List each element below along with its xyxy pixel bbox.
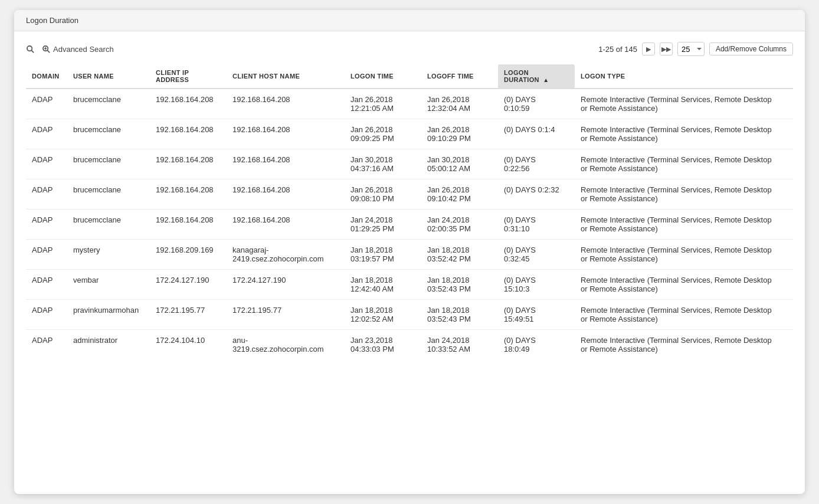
cell-logon-time: Jan 24,201801:29:25 PM: [345, 210, 421, 240]
col-header-logon-duration[interactable]: LOGONDURATION ▲: [498, 64, 575, 89]
cell-logon-time: Jan 26,201809:09:25 PM: [345, 119, 421, 149]
cell-logoff-time: Jan 26,201812:32:04 AM: [421, 89, 498, 119]
advanced-search-button[interactable]: Advanced Search: [42, 45, 114, 54]
cell-logoff-time: Jan 18,201803:52:43 PM: [421, 270, 498, 300]
cell-logon-duration: (0) DAYS0:32:45: [498, 240, 575, 270]
title-bar: Logon Duration: [14, 10, 805, 31]
cell-logon-time: Jan 18,201812:02:52 AM: [345, 300, 421, 330]
cell-username: brucemcclane: [67, 119, 150, 149]
cell-client-host: anu-3219.csez.zohocorpin.com: [227, 330, 345, 360]
table-row: ADAPadministrator172.24.104.10anu-3219.c…: [26, 330, 793, 360]
sort-arrow-duration: ▲: [543, 77, 549, 83]
cell-logon-type: Remote Interactive (Terminal Services, R…: [575, 240, 793, 270]
toolbar: Advanced Search 1-25 of 145 ▶ ▶▶ 25 10 5…: [26, 42, 793, 56]
cell-client-host: 192.168.164.208: [227, 149, 345, 179]
search-area: Advanced Search: [26, 45, 114, 54]
svg-point-0: [27, 45, 32, 50]
cell-client-host: kanagaraj-2419.csez.zohocorpin.com: [227, 240, 345, 270]
cell-domain: ADAP: [26, 240, 67, 270]
cell-domain: ADAP: [26, 89, 67, 119]
col-header-logon-time[interactable]: LOGON TIME: [345, 64, 421, 89]
cell-logon-type: Remote Interactive (Terminal Services, R…: [575, 119, 793, 149]
cell-logon-duration: (0) DAYS0:10:59: [498, 89, 575, 119]
table-row: ADAPbrucemcclane192.168.164.208192.168.1…: [26, 149, 793, 179]
cell-domain: ADAP: [26, 179, 67, 210]
table-row: ADAPpravinkumarmohan172.21.195.77172.21.…: [26, 300, 793, 330]
cell-logon-time: Jan 26,201809:08:10 PM: [345, 179, 421, 210]
search-button[interactable]: [26, 45, 35, 54]
col-header-client-ip[interactable]: CLIENT IPADDRESS: [150, 64, 227, 89]
table-header-row: DOMAIN USER NAME CLIENT IPADDRESS CLIENT…: [26, 64, 793, 89]
cell-logon-duration: (0) DAYS 0:1:4: [498, 119, 575, 149]
table-body: ADAPbrucemcclane192.168.164.208192.168.1…: [26, 89, 793, 359]
advanced-search-label: Advanced Search: [53, 45, 114, 54]
cell-logon-time: Jan 18,201812:42:40 AM: [345, 270, 421, 300]
cell-client-ip: 192.168.164.208: [150, 119, 227, 149]
cell-client-ip: 192.168.164.208: [150, 89, 227, 119]
col-header-logon-type[interactable]: LOGON TYPE: [575, 64, 793, 89]
cell-logon-type: Remote Interactive (Terminal Services, R…: [575, 270, 793, 300]
cell-client-host: 192.168.164.208: [227, 179, 345, 210]
data-table: DOMAIN USER NAME CLIENT IPADDRESS CLIENT…: [26, 64, 793, 359]
cell-username: brucemcclane: [67, 149, 150, 179]
search-icon: [26, 45, 35, 54]
col-header-client-host[interactable]: CLIENT HOST NAME: [227, 64, 345, 89]
cell-logon-type: Remote Interactive (Terminal Services, R…: [575, 210, 793, 240]
cell-logoff-time: Jan 24,201802:00:35 PM: [421, 210, 498, 240]
cell-logon-time: Jan 23,201804:33:03 PM: [345, 330, 421, 360]
last-page-button[interactable]: ▶▶: [660, 42, 673, 55]
cell-client-ip: 172.24.104.10: [150, 330, 227, 360]
cell-client-host: 192.168.164.208: [227, 119, 345, 149]
table-row: ADAPmystery192.168.209.169kanagaraj-2419…: [26, 240, 793, 270]
cell-username: administrator: [67, 330, 150, 360]
cell-logon-type: Remote Interactive (Terminal Services, R…: [575, 179, 793, 210]
cell-domain: ADAP: [26, 149, 67, 179]
cell-logoff-time: Jan 18,201803:52:43 PM: [421, 300, 498, 330]
cell-client-host: 192.168.164.208: [227, 210, 345, 240]
cell-logon-duration: (0) DAYS0:22:56: [498, 149, 575, 179]
col-header-username[interactable]: USER NAME: [67, 64, 150, 89]
table-row: ADAPbrucemcclane192.168.164.208192.168.1…: [26, 179, 793, 210]
svg-line-1: [31, 50, 34, 53]
cell-logon-type: Remote Interactive (Terminal Services, R…: [575, 300, 793, 330]
advanced-search-icon: [42, 45, 51, 54]
cell-client-host: 192.168.164.208: [227, 89, 345, 119]
cell-logoff-time: Jan 24,201810:33:52 AM: [421, 330, 498, 360]
table-row: ADAPbrucemcclane192.168.164.208192.168.1…: [26, 89, 793, 119]
col-header-logoff-time[interactable]: LOGOFF TIME: [421, 64, 498, 89]
cell-username: brucemcclane: [67, 179, 150, 210]
cell-domain: ADAP: [26, 210, 67, 240]
main-window: Logon Duration Advanced: [14, 10, 805, 494]
cell-domain: ADAP: [26, 270, 67, 300]
svg-line-3: [47, 50, 50, 53]
cell-username: brucemcclane: [67, 89, 150, 119]
cell-logoff-time: Jan 26,201809:10:29 PM: [421, 119, 498, 149]
cell-logon-type: Remote Interactive (Terminal Services, R…: [575, 89, 793, 119]
cell-client-host: 172.21.195.77: [227, 300, 345, 330]
cell-logon-type: Remote Interactive (Terminal Services, R…: [575, 149, 793, 179]
cell-logoff-time: Jan 26,201809:10:42 PM: [421, 179, 498, 210]
cell-username: pravinkumarmohan: [67, 300, 150, 330]
cell-domain: ADAP: [26, 300, 67, 330]
table-row: ADAPbrucemcclane192.168.164.208192.168.1…: [26, 210, 793, 240]
next-page-button[interactable]: ▶: [642, 42, 655, 55]
per-page-select[interactable]: 25 10 50 100: [677, 42, 705, 56]
cell-logon-duration: (0) DAYS15:10:3: [498, 270, 575, 300]
cell-logon-duration: (0) DAYS0:31:10: [498, 210, 575, 240]
cell-client-ip: 192.168.164.208: [150, 179, 227, 210]
cell-logon-duration: (0) DAYS 0:2:32: [498, 179, 575, 210]
window-title: Logon Duration: [26, 16, 78, 25]
table-row: ADAPbrucemcclane192.168.164.208192.168.1…: [26, 119, 793, 149]
cell-client-ip: 192.168.164.208: [150, 210, 227, 240]
cell-client-ip: 192.168.209.169: [150, 240, 227, 270]
cell-client-ip: 172.21.195.77: [150, 300, 227, 330]
cell-client-ip: 192.168.164.208: [150, 149, 227, 179]
content-area: Advanced Search 1-25 of 145 ▶ ▶▶ 25 10 5…: [14, 31, 805, 371]
cell-logoff-time: Jan 30,201805:00:12 AM: [421, 149, 498, 179]
col-header-domain[interactable]: DOMAIN: [26, 64, 67, 89]
add-remove-columns-button[interactable]: Add/Remove Columns: [709, 42, 793, 55]
pagination-area: 1-25 of 145 ▶ ▶▶ 25 10 50 100 Add/Remove…: [598, 42, 793, 56]
cell-logon-time: Jan 30,201804:37:16 AM: [345, 149, 421, 179]
cell-client-host: 172.24.127.190: [227, 270, 345, 300]
cell-username: mystery: [67, 240, 150, 270]
